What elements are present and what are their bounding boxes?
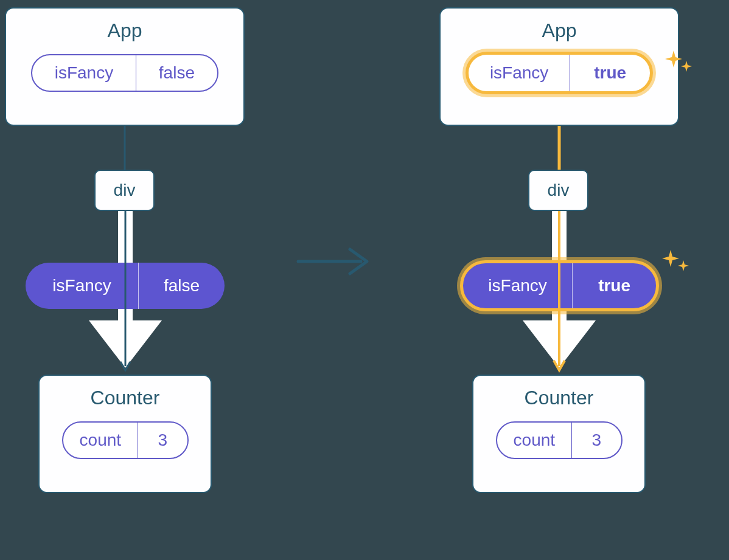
left-div-box: div bbox=[94, 170, 155, 211]
right-app-box: App isFancy true bbox=[439, 7, 679, 126]
right-prop-value: true bbox=[572, 263, 656, 308]
left-app-state-value: false bbox=[136, 55, 217, 91]
right-connector-app-div bbox=[557, 126, 561, 170]
left-counter-state-pill: count 3 bbox=[62, 421, 189, 459]
right-counter-state-pill: count 3 bbox=[496, 421, 623, 459]
left-prop-value: false bbox=[138, 263, 225, 309]
left-div-label: div bbox=[114, 181, 136, 200]
left-counter-state-value: 3 bbox=[138, 423, 187, 458]
left-app-title: App bbox=[6, 19, 243, 42]
left-counter-box: Counter count 3 bbox=[38, 375, 212, 493]
right-app-title: App bbox=[441, 19, 678, 42]
diagram-stage: App isFancy false div isFancy false Coun… bbox=[0, 0, 729, 560]
right-counter-box: Counter count 3 bbox=[472, 375, 646, 493]
left-app-box: App isFancy false bbox=[5, 7, 245, 126]
left-counter-title: Counter bbox=[40, 387, 211, 409]
right-app-state-value: true bbox=[570, 55, 650, 91]
right-app-state-key: isFancy bbox=[469, 55, 570, 91]
transition-arrow-icon bbox=[295, 243, 374, 280]
left-counter-state-key: count bbox=[63, 423, 138, 458]
right-counter-state-value: 3 bbox=[571, 423, 621, 458]
right-thin-arrow bbox=[553, 211, 565, 376]
right-div-label: div bbox=[548, 181, 570, 200]
left-thin-arrow bbox=[119, 211, 131, 376]
left-connector-app-div bbox=[124, 126, 126, 170]
sparkle-icon bbox=[663, 49, 694, 79]
right-counter-state-key: count bbox=[497, 423, 572, 458]
left-app-state-key: isFancy bbox=[32, 55, 136, 91]
left-app-state-pill: isFancy false bbox=[31, 54, 218, 92]
right-app-state-pill: isFancy true bbox=[466, 52, 653, 94]
sparkle-icon bbox=[660, 248, 691, 278]
right-counter-title: Counter bbox=[473, 387, 644, 409]
right-div-box: div bbox=[528, 170, 588, 211]
